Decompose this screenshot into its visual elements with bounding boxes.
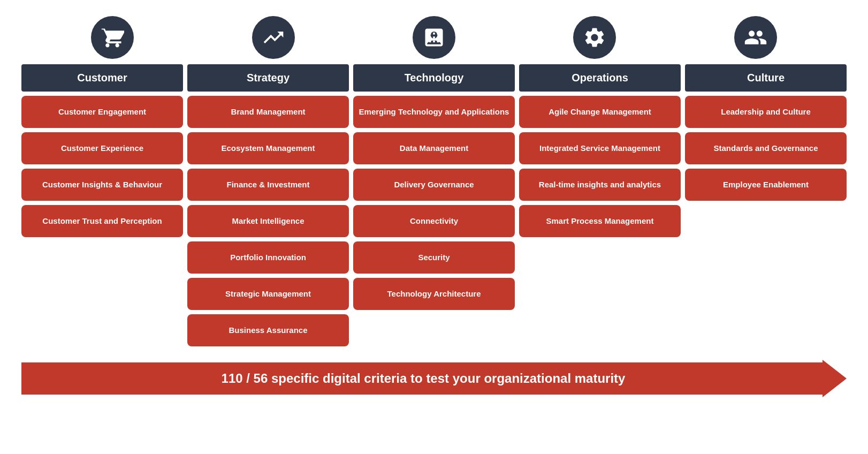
column-operations: OperationsAgile Change ManagementIntegra…: [519, 64, 681, 237]
card-market-intelligence[interactable]: Market Intelligence: [187, 205, 349, 237]
culture-icon: [734, 16, 777, 59]
card-portfolio-innovation[interactable]: Portfolio Innovation: [187, 241, 349, 274]
card-real-time-insights-and-analytics[interactable]: Real-time insights and analytics: [519, 169, 681, 201]
card-integrated-service-management[interactable]: Integrated Service Management: [519, 132, 681, 164]
card-agile-change-management[interactable]: Agile Change Management: [519, 96, 681, 128]
card-ecosystem-management[interactable]: Ecosystem Management: [187, 132, 349, 164]
svg-rect-4: [433, 36, 435, 39]
card-customer-insights---behaviour[interactable]: Customer Insights & Behaviour: [21, 169, 183, 201]
strategy-icon: [252, 16, 295, 59]
operations-icon: [573, 16, 616, 59]
card-connectivity[interactable]: Connectivity: [353, 205, 515, 237]
svg-rect-5: [437, 36, 439, 39]
svg-rect-1: [433, 33, 435, 35]
card-customer-trust-and-perception[interactable]: Customer Trust and Perception: [21, 205, 183, 237]
svg-rect-0: [429, 33, 431, 35]
svg-rect-8: [437, 41, 439, 43]
svg-rect-6: [429, 41, 431, 43]
grid-container: CustomerCustomer EngagementCustomer Expe…: [21, 64, 847, 346]
column-header-strategy: Strategy: [187, 64, 349, 92]
column-culture: CultureLeadership and CultureStandards a…: [685, 64, 847, 201]
card-strategic-management[interactable]: Strategic Management: [187, 278, 349, 310]
card-data-management[interactable]: Data Management: [353, 132, 515, 164]
card-finance---investment[interactable]: Finance & Investment: [187, 169, 349, 201]
arrow-head: [823, 360, 847, 397]
svg-rect-3: [429, 36, 431, 39]
column-header-customer: Customer: [21, 64, 183, 92]
column-customer: CustomerCustomer EngagementCustomer Expe…: [21, 64, 183, 237]
column-header-operations: Operations: [519, 64, 681, 92]
card-technology-architecture[interactable]: Technology Architecture: [353, 278, 515, 310]
main-container: CustomerCustomer EngagementCustomer Expe…: [11, 11, 857, 403]
column-header-technology: Technology: [353, 64, 515, 92]
column-strategy: StrategyBrand ManagementEcosystem Manage…: [187, 64, 349, 346]
svg-rect-2: [437, 33, 439, 35]
card-employee-enablement[interactable]: Employee Enablement: [685, 169, 847, 201]
column-header-culture: Culture: [685, 64, 847, 92]
card-delivery-governance[interactable]: Delivery Governance: [353, 169, 515, 201]
column-technology: TechnologyEmerging Technology and Applic…: [353, 64, 515, 310]
arrow-banner: 110 / 56 specific digital criteria to te…: [21, 360, 847, 397]
card-smart-process-management[interactable]: Smart Process Management: [519, 205, 681, 237]
svg-rect-7: [433, 41, 435, 43]
card-standards-and-governance[interactable]: Standards and Governance: [685, 132, 847, 164]
card-customer-experience[interactable]: Customer Experience: [21, 132, 183, 164]
customer-icon: [91, 16, 134, 59]
card-security[interactable]: Security: [353, 241, 515, 274]
card-customer-engagement[interactable]: Customer Engagement: [21, 96, 183, 128]
banner-body: 110 / 56 specific digital criteria to te…: [21, 362, 825, 395]
technology-icon: [413, 16, 455, 59]
icons-row: [21, 16, 847, 59]
card-leadership-and-culture[interactable]: Leadership and Culture: [685, 96, 847, 128]
card-brand-management[interactable]: Brand Management: [187, 96, 349, 128]
card-emerging-technology-and-applications[interactable]: Emerging Technology and Applications: [353, 96, 515, 128]
card-business-assurance[interactable]: Business Assurance: [187, 314, 349, 346]
banner-text: 110 / 56 specific digital criteria to te…: [222, 371, 626, 386]
